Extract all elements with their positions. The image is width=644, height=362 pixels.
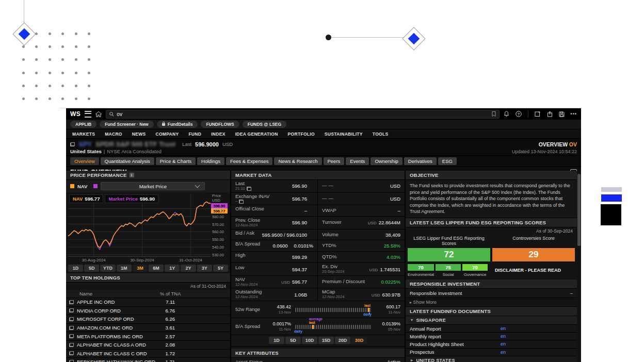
- popout-icon[interactable]: [69, 326, 74, 330]
- range-button[interactable]: YTD: [100, 265, 115, 272]
- documents-group-singapore[interactable]: ▾ SINGAPORE: [406, 316, 577, 325]
- market-data-cell-left[interactable]: Prev. Close 12-Nov-2024 596.90: [231, 217, 318, 229]
- market-data-cell-left[interactable]: Official Close –: [231, 205, 318, 216]
- popout-icon[interactable]: [239, 200, 244, 203]
- fund-subtab[interactable]: Holdings: [197, 157, 224, 165]
- popout-icon[interactable]: [69, 317, 74, 321]
- menu-item[interactable]: COMPANY: [155, 131, 179, 137]
- show-more-toggle[interactable]: ▸ Show More: [406, 298, 577, 307]
- market-data-cell-left[interactable]: Last 21:10 596.90: [231, 180, 318, 192]
- market-data-cell-left[interactable]: Exchange INAV – 596.76: [231, 193, 318, 205]
- esg-disclaimer[interactable]: DISCLAIMER - PLEASE READ: [490, 264, 575, 277]
- more-options-icon[interactable]: •••: [571, 111, 577, 117]
- market-data-cell-left[interactable]: Outstanding 12-Nov-2024 1.06B: [231, 288, 318, 301]
- fund-subtab[interactable]: Ownership: [371, 157, 402, 165]
- market-data-cell-left[interactable]: High 599.29: [231, 252, 318, 262]
- period-button[interactable]: 5D: [285, 337, 301, 344]
- market-data-cell-left[interactable]: Bid / Ask 595.9500 / 596.0100: [231, 229, 318, 240]
- range-button[interactable]: 6M: [149, 265, 164, 272]
- popout-icon[interactable]: [247, 187, 251, 190]
- app-tab[interactable]: FundDetails: [157, 121, 198, 128]
- market-data-cell-left[interactable]: Low 594.37: [231, 263, 318, 275]
- ba-spread-slider[interactable]: average last daily: [295, 321, 372, 332]
- popout-icon[interactable]: [69, 334, 74, 338]
- fund-subtab[interactable]: Overview: [70, 157, 99, 165]
- range-button[interactable]: 1M: [117, 265, 132, 272]
- info-icon[interactable]: i: [130, 173, 134, 177]
- fund-subtab[interactable]: Peers: [324, 157, 345, 165]
- market-data-cell-right[interactable]: YTD% 25.58%: [318, 240, 405, 251]
- holding-row[interactable]: META PLATFORMS INC ORD 2.57: [66, 332, 230, 341]
- holding-row[interactable]: MICROSOFT CORP ORD 6.26: [66, 315, 230, 324]
- chart-plot-area[interactable]: NAV 596.77 Market Price 596.90: [68, 193, 211, 257]
- holding-row[interactable]: AMAZON.COM INC ORD 3.61: [66, 324, 230, 333]
- popout-icon[interactable]: [69, 308, 74, 312]
- series-dropdown[interactable]: Market Price: [101, 182, 205, 190]
- range-52w-slider[interactable]: last daily: [295, 304, 372, 315]
- app-tab[interactable]: Fund Screener · New: [100, 121, 154, 128]
- holding-row[interactable]: ALPHABET INC CLASS C ORD 1.72: [66, 350, 230, 358]
- popout-icon[interactable]: [69, 351, 74, 355]
- period-button[interactable]: 30D: [351, 337, 367, 344]
- search-input[interactable]: ov: [106, 110, 499, 119]
- fund-subtab[interactable]: Fees & Expenses: [226, 157, 272, 165]
- holding-row[interactable]: ALPHABET INC CLASS A ORD 2.08: [66, 341, 230, 350]
- new-window-icon[interactable]: [535, 111, 541, 117]
- range-button[interactable]: 1Y: [165, 265, 180, 272]
- save-icon[interactable]: [559, 111, 565, 117]
- range-button[interactable]: 1D: [68, 265, 83, 272]
- period-button[interactable]: 15D: [318, 337, 334, 344]
- popout-icon[interactable]: [70, 142, 75, 146]
- period-button[interactable]: 20D: [335, 337, 350, 344]
- market-data-cell-left[interactable]: B/A Spread 0.06000.0101%: [231, 240, 318, 251]
- market-data-cell-left[interactable]: NAV 12-Nov-2024 USD596.77: [231, 276, 318, 288]
- menu-item[interactable]: SUSTAINABILITY: [325, 131, 363, 137]
- period-button[interactable]: 1D: [269, 337, 284, 344]
- fund-subtab[interactable]: ESG: [438, 157, 457, 165]
- help-icon[interactable]: ?: [516, 111, 522, 117]
- menu-icon[interactable]: [85, 111, 91, 118]
- holding-row[interactable]: APPLE INC ORD 7.11: [66, 298, 230, 307]
- range-button[interactable]: 2Y: [181, 265, 196, 272]
- popout-icon[interactable]: [69, 360, 74, 362]
- range-button[interactable]: 3M: [133, 265, 148, 272]
- document-language-link[interactable]: en: [501, 326, 506, 331]
- document-language-link[interactable]: en: [501, 334, 506, 339]
- market-data-cell-right[interactable]: Volume 38,409: [318, 229, 405, 240]
- app-tab[interactable]: APPLIB: [70, 121, 96, 128]
- range-button[interactable]: 5D: [84, 265, 99, 272]
- market-data-cell-right[interactable]: VWAP –: [318, 205, 405, 216]
- market-data-cell-right[interactable]: — — USD: [318, 180, 405, 192]
- holding-row[interactable]: NVIDIA CORP ORD 6.76: [66, 307, 230, 316]
- market-data-cell-right[interactable]: Premium / Discount 0.0225%: [318, 276, 405, 288]
- menu-item[interactable]: NEWS: [132, 131, 146, 137]
- bookmark-icon[interactable]: [492, 111, 496, 117]
- range-button[interactable]: 5Y: [213, 265, 228, 272]
- notifications-icon[interactable]: [504, 111, 509, 117]
- scrollbar-thumb[interactable]: [577, 174, 581, 246]
- menu-item[interactable]: PORTFOLIO: [288, 131, 315, 137]
- menu-item[interactable]: MARKETS: [72, 131, 95, 137]
- fund-subtab[interactable]: Derivatives: [404, 157, 437, 165]
- holding-row[interactable]: BERKSHIRE HATHAWAY INC ORD 1.71: [66, 358, 230, 362]
- fund-subtab[interactable]: Events: [346, 157, 369, 165]
- menu-item[interactable]: MACRO: [105, 131, 122, 137]
- market-data-cell-right[interactable]: — — USD: [318, 193, 405, 205]
- app-tab[interactable]: FUNDS @ LSEG: [243, 121, 286, 128]
- menu-item[interactable]: FUND: [188, 131, 201, 137]
- home-icon[interactable]: [95, 111, 102, 117]
- fund-subtab[interactable]: Quantitative Analysis: [101, 157, 154, 165]
- menu-item[interactable]: IDEA GENERATION: [235, 131, 278, 137]
- fund-subtab[interactable]: News & Research: [274, 157, 321, 165]
- scrollbar[interactable]: [577, 171, 581, 362]
- app-tab[interactable]: FUNDFLOWS: [201, 121, 239, 128]
- market-data-cell-right[interactable]: QTD% 4.03%: [318, 252, 405, 262]
- market-data-cell-right[interactable]: MCap 12-Nov-2024 USD630.97B: [318, 288, 405, 301]
- popout-icon[interactable]: [69, 343, 74, 347]
- documents-group-us[interactable]: ▸ UNITED STATES: [406, 356, 577, 362]
- menu-item[interactable]: TOOLS: [373, 131, 389, 137]
- popout-icon[interactable]: [69, 300, 74, 304]
- document-language-link[interactable]: en: [501, 350, 506, 355]
- menu-item[interactable]: INDEX: [211, 131, 225, 137]
- share-icon[interactable]: [547, 111, 553, 117]
